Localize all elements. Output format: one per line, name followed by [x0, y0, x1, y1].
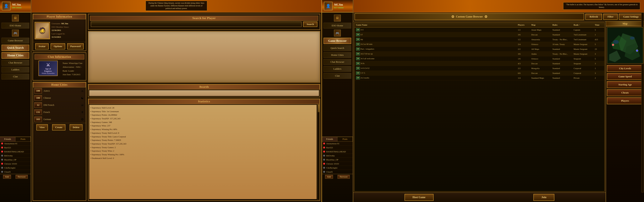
nav-clan[interactable]: Clan — [2, 74, 29, 80]
game-row-10[interactable]: 🗺2v2 noobs 1/4 Standard Maps Standard Pr… — [354, 76, 604, 80]
stat-1: • Supremacy Title: 1st Lieutenant — [90, 110, 316, 113]
game-9-name: 🗺5 V 5 — [355, 71, 517, 75]
right-tooltip: "The bullet is an idiot. The bayonet a f… — [563, 2, 640, 10]
game-row-2[interactable]: 🗺stp 1/2 Amazonia Treaty - No Bloc.. 7nd… — [354, 37, 604, 42]
right-friend-2[interactable]: BASKETBALLHEAD — [322, 150, 353, 154]
right-nav-icon-game: 🎮 — [334, 30, 341, 36]
city-levels-button[interactable]: City Levels — [607, 65, 643, 72]
refresh-button[interactable]: Refresh — [585, 14, 602, 20]
game-6-players: 1/6 — [517, 57, 530, 60]
game-row-1[interactable]: 🗺x3 3/6 Deccan Standard 7nd Lieutenant 1 — [354, 32, 604, 37]
custom-game-browser-title: ⚙ Custom Game Browser ⚙ — [354, 13, 584, 20]
game-7-map: Deccan — [530, 62, 552, 65]
game-2-time: 413 — [594, 38, 604, 41]
delete-city-button[interactable]: Delete — [70, 124, 82, 130]
nav-game-browser[interactable]: Game Browser — [2, 38, 29, 44]
nav-home-cities[interactable]: Home Cities — [2, 52, 29, 59]
right-posts-tab[interactable]: Posts — [338, 137, 353, 142]
left-friend-1[interactable]: Bart321 — [0, 146, 31, 150]
stats-scrollbar[interactable] — [318, 104, 320, 200]
game-2-rank: 7nd Lieutenant — [573, 38, 594, 41]
right-friends-tabs: Friends Posts — [322, 137, 353, 142]
right-nav-home-cities[interactable]: Home Cities — [324, 52, 351, 58]
game-row-8[interactable]: 🗺1v51/2v52 2/2 Mongolia Standard Corpora… — [354, 66, 604, 71]
left-friend-0[interactable]: Anonymous-01 — [0, 142, 31, 146]
create-city-button[interactable]: Create — [52, 124, 66, 130]
left-posts-tab[interactable]: Posts — [16, 137, 31, 142]
right-friends-tab[interactable]: Friends — [322, 137, 338, 142]
host-game-button[interactable]: Host Game — [404, 194, 434, 201]
left-friend-2[interactable]: BASKETBALLHEAD — [0, 150, 31, 154]
nav-eso-home[interactable]: ESO Home — [2, 23, 29, 28]
game-row-5[interactable]: 🗺3x5:7x9 no op 3/6 Andes Treaty - No Blo… — [354, 52, 604, 56]
left-username: MCJim — [12, 3, 22, 6]
clan-join-date: 7/28/2015 — [72, 73, 80, 76]
right-friend-1[interactable]: Bart321 — [322, 146, 353, 150]
right-friend-7[interactable]: CleanX — [322, 170, 353, 174]
search-input[interactable] — [91, 22, 302, 27]
game-row-6[interactable]: 🗺3v3 all welcome 1/6 Orinoco Standard Se… — [354, 56, 604, 61]
game-row-9[interactable]: 🗺5 V 5 6/6 Deccan Standard Corporal 3 — [354, 71, 604, 76]
right-add-friend-button[interactable]: Add — [325, 175, 333, 179]
filter-button[interactable]: Filter — [603, 14, 618, 20]
right-remove-friend-button[interactable]: Remove — [338, 175, 350, 179]
right-nav-eso-home[interactable]: ESO Home — [324, 23, 351, 28]
nav-icon-eso: 🏛 — [12, 14, 19, 22]
right-nav-quick-search[interactable]: Quick Search — [324, 45, 351, 51]
cheats-button[interactable]: Cheats — [607, 89, 643, 96]
game-settings-button[interactable]: Game Settings — [619, 14, 643, 20]
game-9-rank: Corporal — [573, 72, 594, 74]
game-4-map: All Maps — [530, 48, 552, 50]
game-list-panel: Game Name Players Map Rules Rank ↑ Time … — [354, 22, 605, 192]
left-remove-friend-button[interactable]: Remove — [16, 175, 28, 179]
nav-chat-browser[interactable]: Chat Browser — [2, 60, 29, 66]
stat-7: • Supremacy Treaty Skill Level: 8 — [90, 131, 316, 135]
nav-ladders[interactable]: Ladders — [2, 67, 29, 72]
left-friends-tab[interactable]: Friends — [0, 137, 16, 142]
game-row-3[interactable]: 🗺2v2 nr 60 min 2/4 Orinoco 10 min. Treat… — [354, 42, 604, 47]
options-button[interactable]: Options — [50, 43, 65, 50]
right-friend-5[interactable]: Chrissie 10103 — [322, 162, 353, 166]
players-button[interactable]: Players — [607, 97, 643, 104]
col-rules: Rules — [552, 23, 573, 26]
game-row-0[interactable]: 🗺1v1 1/2 Asian Maps Standard Captain 5 — [354, 28, 604, 32]
game-8-map-icon: 🗺 — [356, 67, 360, 70]
game-speed-button[interactable]: Game Speed — [607, 73, 643, 80]
right-friend-4[interactable]: BlackStar_OP — [322, 158, 353, 162]
game-3-rules: 10 min. Treaty — [552, 43, 573, 46]
left-add-friend-button[interactable]: Add — [3, 175, 11, 179]
right-friend-3[interactable]: BilOvrthy — [322, 154, 353, 158]
search-button[interactable]: Search — [303, 22, 318, 27]
left-friend-6[interactable]: Cikrfkcinglsi — [0, 166, 31, 170]
stat-12: • Supremacy Treaty Wins: 2 — [90, 149, 316, 153]
game-0-players: 1/2 — [517, 28, 530, 31]
right-nav-ladders[interactable]: Ladders — [324, 66, 351, 72]
left-friend-5[interactable]: Chrissie 10103 — [0, 162, 31, 166]
col-rank: Rank ↑ — [573, 23, 594, 26]
view-city-button[interactable]: View — [36, 124, 48, 130]
left-friend-3[interactable]: BilOvrthy — [0, 154, 31, 158]
left-friend-4[interactable]: BlackStar_OP — [0, 158, 31, 162]
game-8-name: 🗺1v51/2v52 — [355, 66, 517, 70]
right-nav-clan[interactable]: Clan — [324, 73, 351, 79]
avatar-button[interactable]: Avatar — [35, 43, 49, 50]
nav-quick-search[interactable]: Quick Search — [2, 45, 29, 51]
statistics-content: • Supremacy Skill Level: 26 • Supremacy … — [89, 105, 316, 199]
right-friend-6[interactable]: Cikrfkcinglsi — [322, 166, 353, 170]
password-button[interactable]: Password — [67, 43, 84, 50]
game-2-map-icon: 🗺 — [356, 38, 360, 41]
cities-list: 100 Aztecs ⚔ 100 Chinese ☯ 12 DM French — [33, 87, 86, 123]
city-2-icon: ☠ — [80, 103, 85, 107]
starting-age-button[interactable]: Starting Age — [607, 81, 643, 88]
right-nav-chat-browser[interactable]: Chat Browser — [324, 59, 351, 65]
username-value: MCJim — [61, 22, 68, 24]
right-friend-0[interactable]: Anonymous-01 — [322, 142, 353, 146]
home-cities-title: Home Cities — [33, 82, 86, 87]
member-since-value: 12/16/2011 — [52, 29, 61, 31]
clan-name-label: Name: — [63, 62, 68, 64]
game-row-7[interactable]: 🗺3v3s 4/3 Deccan Standard Sergeant 3 — [354, 61, 604, 66]
join-game-button[interactable]: Join — [534, 194, 554, 201]
left-friend-7[interactable]: CleanX — [0, 170, 31, 174]
right-nav-game-browser[interactable]: Game Browser — [324, 38, 351, 44]
game-row-4[interactable]: 🗺Part.: vengadors 2/2 All Maps Standard … — [354, 47, 604, 52]
